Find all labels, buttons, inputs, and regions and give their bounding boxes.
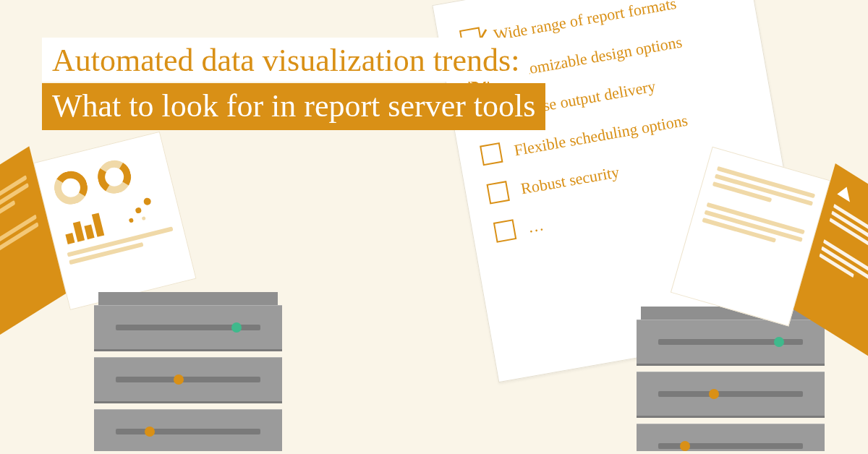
checkbox-empty-icon xyxy=(493,219,516,242)
triangle-logo-icon xyxy=(837,183,853,202)
bar-chart-icon xyxy=(62,211,105,244)
status-led-orange-icon xyxy=(145,427,155,437)
status-led-orange-icon xyxy=(174,374,184,385)
server-unit xyxy=(94,305,282,351)
checkbox-empty-icon xyxy=(486,181,509,204)
status-led-orange-icon xyxy=(680,441,690,451)
hero-title: Automated data visualization trends: Wha… xyxy=(42,38,545,130)
checklist-item-label: Robust security xyxy=(519,161,621,198)
checkbox-empty-icon xyxy=(480,142,503,166)
donut-chart-icon xyxy=(94,157,135,197)
server-unit xyxy=(94,357,282,403)
status-led-green-icon xyxy=(774,337,784,347)
server-slot-icon xyxy=(116,377,260,382)
scatter-chart-icon xyxy=(122,192,163,229)
server-slot-icon xyxy=(658,391,803,397)
server-slot-icon xyxy=(116,429,260,434)
server-top-plate xyxy=(98,292,278,305)
server-unit xyxy=(94,409,282,454)
status-led-green-icon xyxy=(231,322,242,333)
server-rack-left xyxy=(94,292,282,454)
title-line-1: Automated data visualization trends: xyxy=(42,38,529,82)
status-led-orange-icon xyxy=(709,389,719,399)
title-line-2: What to look for in report server tools xyxy=(42,83,545,130)
bottom-crop-strip xyxy=(0,451,868,454)
checklist-item-label: … xyxy=(526,214,545,236)
server-unit xyxy=(637,372,825,418)
server-unit xyxy=(637,424,825,454)
donut-chart-icon xyxy=(51,168,91,208)
